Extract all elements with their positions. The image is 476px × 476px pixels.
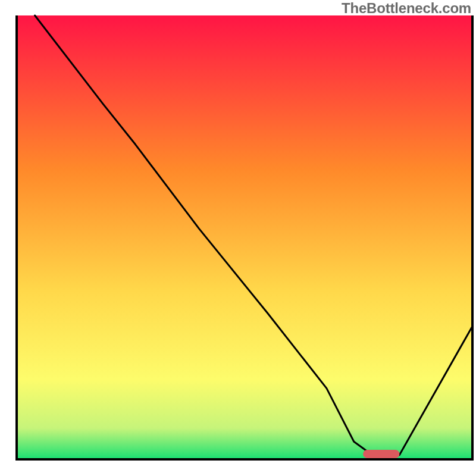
chart-stage: TheBottleneck.com bbox=[0, 0, 476, 476]
bottleneck-chart bbox=[0, 0, 476, 476]
optimum-marker bbox=[363, 450, 399, 458]
watermark-text: TheBottleneck.com bbox=[342, 0, 471, 17]
